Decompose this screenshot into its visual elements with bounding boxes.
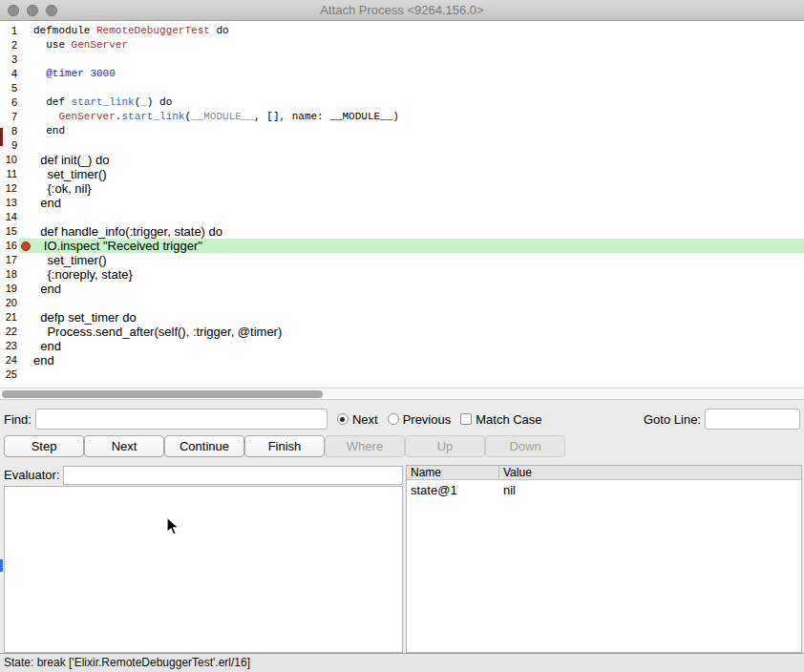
checkbox-icon bbox=[460, 413, 472, 425]
line-number: 21 bbox=[0, 310, 19, 325]
titlebar: Attach Process <9264.156.0> bbox=[0, 0, 804, 21]
variables-body: state@1nil bbox=[407, 480, 801, 499]
code-line[interactable]: 24end bbox=[0, 353, 804, 368]
find-next-label: Next bbox=[352, 412, 378, 427]
down-button: Down bbox=[485, 435, 565, 457]
minimize-window-button[interactable] bbox=[27, 5, 38, 16]
find-previous-label: Previous bbox=[403, 412, 452, 427]
line-number: 3 bbox=[0, 52, 19, 67]
finish-button[interactable]: Finish bbox=[244, 435, 325, 457]
window-controls bbox=[8, 5, 57, 16]
code-line[interactable]: 2 use GenServer bbox=[0, 38, 804, 52]
column-header-value[interactable]: Value bbox=[499, 466, 801, 479]
find-input[interactable] bbox=[35, 409, 328, 430]
left-edge-artifact bbox=[0, 559, 3, 572]
variables-header: Name Value bbox=[407, 466, 801, 480]
line-number: 24 bbox=[0, 353, 19, 368]
variable-value: nil bbox=[499, 483, 801, 497]
line-number: 11 bbox=[0, 167, 19, 181]
horizontal-scrollbar[interactable] bbox=[0, 388, 804, 400]
code-text: defmodule RemoteDebuggerTest do bbox=[33, 24, 229, 38]
match-case-checkbox[interactable]: Match Case bbox=[460, 412, 541, 427]
code-line[interactable]: 9 bbox=[0, 138, 804, 153]
code-line[interactable]: 8 end bbox=[0, 124, 804, 138]
code-line[interactable]: 25 bbox=[0, 368, 804, 382]
code-line-body: def init(_) do bbox=[19, 153, 804, 167]
code-line-body bbox=[19, 52, 804, 67]
up-button: Up bbox=[405, 435, 485, 457]
code-line-body: end bbox=[19, 282, 804, 296]
find-next-radio[interactable]: Next bbox=[337, 412, 378, 427]
code-line-body: set_timer() bbox=[19, 253, 804, 267]
zoom-window-button[interactable] bbox=[46, 5, 57, 16]
breakpoint-icon[interactable] bbox=[21, 242, 31, 251]
code-line[interactable]: 23 end bbox=[0, 339, 804, 353]
code-line[interactable]: 14 bbox=[0, 210, 804, 224]
evaluator-output[interactable] bbox=[4, 486, 403, 653]
match-case-label: Match Case bbox=[476, 412, 541, 427]
debug-button-row: StepNextContinueFinishWhereUpDown bbox=[4, 435, 804, 457]
line-number: 5 bbox=[0, 81, 19, 95]
code-line[interactable]: 6 def start_link(_) do bbox=[0, 95, 804, 110]
line-number: 19 bbox=[0, 282, 19, 296]
code-line-body bbox=[19, 368, 804, 382]
bottom-panels: Evaluator: Name Value state@1nil bbox=[4, 465, 802, 653]
evaluator-panel: Evaluator: bbox=[4, 465, 403, 653]
code-line[interactable]: 12 {:ok, nil} bbox=[0, 181, 804, 196]
code-line-body bbox=[19, 296, 804, 310]
goto-line-label: Goto Line: bbox=[644, 412, 701, 427]
code-line[interactable]: 10 def init(_) do bbox=[0, 153, 804, 167]
code-text: def handle_info(:trigger, state) do bbox=[33, 224, 222, 239]
evaluator-input[interactable] bbox=[63, 466, 403, 485]
code-line[interactable]: 3 bbox=[0, 52, 804, 67]
variables-panel: Name Value state@1nil bbox=[406, 465, 802, 653]
code-line-body: def handle_info(:trigger, state) do bbox=[19, 224, 804, 239]
code-line-body: end bbox=[19, 196, 804, 210]
code-margin-marker bbox=[0, 128, 3, 146]
code-text: def init(_) do bbox=[33, 153, 110, 167]
code-line-body: defmodule RemoteDebuggerTest do bbox=[19, 24, 804, 38]
code-text: def start_link(_) do bbox=[33, 95, 172, 110]
code-line-body bbox=[19, 210, 804, 224]
code-text: {:noreply, state} bbox=[33, 267, 133, 282]
code-text: GenServer.start_link(__MODULE__, [], nam… bbox=[33, 110, 399, 124]
code-line[interactable]: 15 def handle_info(:trigger, state) do bbox=[0, 224, 804, 239]
gutter-marker bbox=[19, 242, 33, 251]
line-number: 16 bbox=[0, 239, 19, 253]
code-line[interactable]: 1defmodule RemoteDebuggerTest do bbox=[0, 24, 804, 38]
debugger-window: Attach Process <9264.156.0> 1defmodule R… bbox=[0, 0, 804, 672]
code-line[interactable]: 20 bbox=[0, 296, 804, 310]
continue-button[interactable]: Continue bbox=[164, 435, 244, 457]
scrollbar-thumb[interactable] bbox=[2, 390, 323, 398]
code-line[interactable]: 13 end bbox=[0, 196, 804, 210]
line-number: 2 bbox=[0, 38, 19, 52]
code-line[interactable]: 5 bbox=[0, 81, 804, 95]
code-line[interactable]: 16 IO.inspect "Received trigger" bbox=[0, 239, 804, 253]
line-number: 25 bbox=[0, 368, 19, 382]
variable-name: state@1 bbox=[407, 483, 499, 497]
code-line[interactable]: 18 {:noreply, state} bbox=[0, 267, 804, 282]
code-line[interactable]: 21 defp set_timer do bbox=[0, 310, 804, 325]
find-label: Find: bbox=[4, 412, 32, 427]
next-button[interactable]: Next bbox=[84, 435, 164, 457]
code-line-body: end bbox=[19, 124, 804, 138]
code-text: {:ok, nil} bbox=[33, 181, 92, 196]
line-number: 6 bbox=[0, 95, 19, 110]
code-text: end bbox=[33, 196, 61, 210]
code-line[interactable]: 22 Process.send_after(self(), :trigger, … bbox=[0, 325, 804, 339]
step-button[interactable]: Step bbox=[4, 435, 84, 457]
line-number: 1 bbox=[0, 24, 19, 38]
find-previous-radio[interactable]: Previous bbox=[388, 412, 452, 427]
code-line[interactable]: 11 set_timer() bbox=[0, 167, 804, 181]
code-line[interactable]: 7 GenServer.start_link(__MODULE__, [], n… bbox=[0, 110, 804, 124]
code-line[interactable]: 17 set_timer() bbox=[0, 253, 804, 267]
code-editor[interactable]: 1defmodule RemoteDebuggerTest do2 use Ge… bbox=[0, 21, 804, 388]
status-bar: State: break ['Elixir.RemoteDebuggerTest… bbox=[0, 653, 804, 672]
code-line[interactable]: 4 @timer 3000 bbox=[0, 67, 804, 81]
close-window-button[interactable] bbox=[8, 5, 19, 16]
goto-line-input[interactable] bbox=[705, 409, 800, 430]
code-line[interactable]: 19 end bbox=[0, 282, 804, 296]
column-header-name[interactable]: Name bbox=[407, 466, 499, 479]
code-line-body: defp set_timer do bbox=[19, 310, 804, 325]
variable-row[interactable]: state@1nil bbox=[407, 480, 801, 499]
